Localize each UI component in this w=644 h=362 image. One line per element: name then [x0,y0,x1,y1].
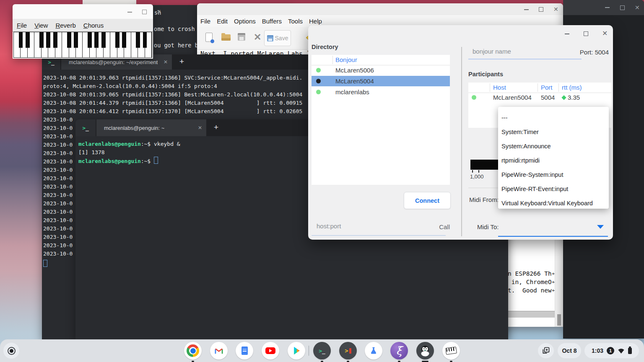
dropdown-item[interactable]: Virtual Keyboard:Virtual Keyboard [498,196,609,210]
app-terminal[interactable]: >_ [313,342,331,359]
emacs-menu-file[interactable]: File [200,18,210,25]
screen-capture-tray-button[interactable] [538,343,554,358]
tab-close-icon[interactable]: ✕ [159,59,172,65]
close-buffer-icon[interactable]: ✕ [254,32,261,43]
close-icon[interactable]: ✕ [602,31,608,36]
penguin-icon [420,345,431,357]
hostport-input[interactable] [317,222,409,230]
app-chrome[interactable] [184,342,202,359]
piano-black-key[interactable] [74,32,78,48]
tab-close-icon[interactable]: ✕ [194,125,206,131]
terminal-tab[interactable]: mclarenlabs@penguin: ~ ✕ [96,119,206,136]
piano-black-key[interactable] [94,32,99,48]
vkeybd-menu-chorus[interactable]: Chorus [83,22,104,29]
app-docs[interactable] [236,342,253,359]
status-tray[interactable]: 1:03 1 [584,343,639,358]
piano-black-key[interactable] [26,32,30,48]
minimize-icon[interactable] [524,9,529,10]
dropdown-item[interactable]: System:Timer [498,125,609,139]
app-vkeybd[interactable] [442,342,460,359]
vkeybd-menu-file[interactable]: File [17,22,27,29]
terminal-log-line: 2023-10-08 20:01:39.065 rtpmidi[1357:136… [43,90,302,99]
piano-black-key[interactable] [122,32,126,48]
dropdown-item[interactable]: rtpmidi:rtpmidi [498,153,609,168]
column-separator [538,83,538,92]
close-icon[interactable]: ✕ [156,9,161,15]
minimize-icon[interactable] [127,12,132,13]
piano-black-key[interactable] [39,32,44,48]
maximize-icon[interactable] [142,10,147,14]
emacs-menu-tools[interactable]: Tools [288,18,303,25]
status-dot-green [316,90,321,94]
new-tab-icon[interactable]: + [179,57,184,66]
status-dot-green [472,95,476,100]
port-label: Port: 5004 [560,49,609,56]
minimize-icon[interactable] [565,34,569,34]
emacs-menu-edit[interactable]: Edit [217,18,228,25]
directory-row[interactable]: McLaren5006 [312,65,450,75]
call-button[interactable]: Call [430,223,450,230]
minimize-icon[interactable] [605,7,610,8]
piano-black-key[interactable] [115,32,119,48]
gmail-icon [214,347,223,354]
maximize-icon[interactable] [620,5,625,10]
scrollbar-thumb[interactable] [557,314,561,326]
vkeybd-menu-view[interactable]: View [34,22,48,29]
midi-to-combobox[interactable] [498,216,608,235]
column-separator [558,83,559,92]
app-lab[interactable] [365,342,382,359]
midi-to-label: Midi To: [477,223,499,230]
directory-row-selected[interactable]: McLaren5004 [312,76,450,86]
new-file-icon[interactable] [205,33,213,42]
rtt-column-header[interactable]: rtt (ms) [562,84,582,91]
save-button[interactable]: Save [264,30,291,46]
piano-black-key[interactable] [67,32,71,48]
connect-button[interactable]: Connect [404,192,451,209]
status-dot-black [316,79,321,83]
vkeybd-menubar: File View Reverb Chorus [13,19,153,32]
emacs-menu-options[interactable]: Options [234,18,256,25]
launcher-button[interactable] [3,343,19,359]
vkeybd-menu-reverb[interactable]: Reverb [55,22,75,29]
date-tray-button[interactable]: Oct 8 [558,343,581,358]
app-gmail[interactable] [210,342,228,359]
dropdown-item[interactable]: --- [498,111,609,125]
maximize-icon[interactable] [584,31,588,36]
dropdown-item[interactable]: System:Announce [498,139,609,153]
directory-table-header: Bonjour [312,55,450,65]
piano-black-key[interactable] [88,32,92,48]
terminal-app-icon[interactable]: >_ [75,119,96,136]
host-column-header[interactable]: Host [493,84,506,91]
piano-black-key[interactable] [136,32,140,48]
close-icon[interactable]: ✕ [635,5,640,10]
close-icon[interactable]: ✕ [553,6,558,12]
emacs-menu-buffers[interactable]: Buffers [262,18,282,25]
new-tab-icon[interactable]: + [214,123,218,132]
bonjour-name-input[interactable] [473,48,556,55]
bonjour-column-header[interactable]: Bonjour [335,56,357,63]
status-dot-green [316,68,321,72]
app-crosh[interactable]: > [339,342,357,359]
directory-row[interactable]: mclarenlabs [312,87,450,97]
docs-icon [242,346,248,355]
open-folder-icon[interactable] [221,34,231,41]
participant-row[interactable]: McLaren5004 5004 3.35 [468,92,611,103]
emacs-menu-help[interactable]: Help [309,18,322,25]
piano-black-key[interactable] [19,32,23,48]
dropdown-item[interactable]: PipeWire-System:input [498,168,609,182]
app-play-store[interactable] [288,342,305,359]
save-file-icon[interactable] [238,33,245,41]
piano-black-key[interactable] [101,32,106,48]
dropdown-item[interactable]: PipeWire-RT-Event:input [498,182,609,196]
chevron-down-icon[interactable] [597,225,604,229]
column-separator [332,56,333,64]
port-column-header[interactable]: Port [541,84,553,91]
maximize-icon[interactable] [539,7,543,12]
piano-black-key[interactable] [46,32,50,48]
app-youtube[interactable] [262,342,279,359]
active-indicator [422,361,428,362]
app-linux-penguin[interactable] [416,342,434,359]
app-emacs[interactable]: ξ [390,342,408,359]
piano-black-key[interactable] [143,32,147,48]
piano-black-key[interactable] [53,32,57,48]
